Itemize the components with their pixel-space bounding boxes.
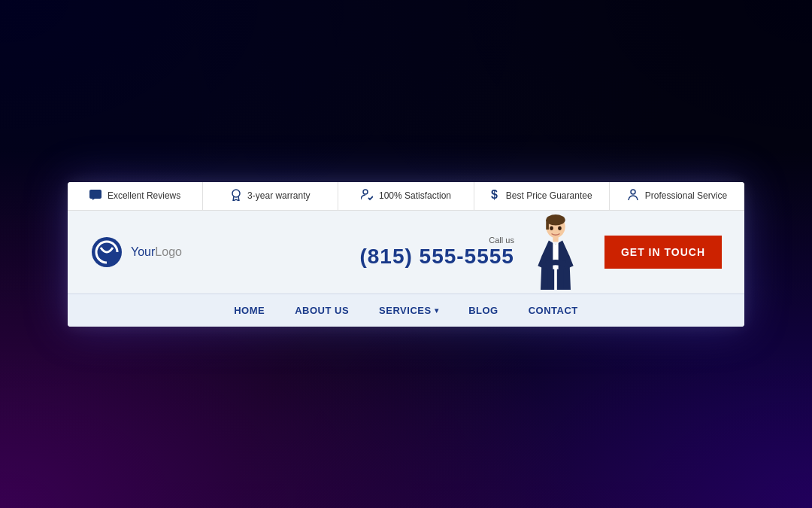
- person-svg: [526, 214, 586, 290]
- benefit-satisfaction: 100% Satisfaction: [338, 182, 474, 210]
- phone-number: (815) 555-5555: [359, 245, 514, 269]
- svg-point-12: [558, 226, 562, 230]
- nav-home[interactable]: HOME: [234, 305, 265, 316]
- ribbon-icon: [231, 189, 241, 203]
- nav-services[interactable]: SERVICES ▾: [379, 305, 438, 316]
- header-area: YourLogo Call us (815) 555-5555: [68, 211, 744, 294]
- professional-icon: [627, 189, 639, 203]
- call-us-label: Call us: [489, 236, 514, 245]
- svg-point-0: [232, 190, 240, 197]
- nav-about[interactable]: ABOUT US: [295, 305, 349, 316]
- benefit-label-1: Excellent Reviews: [108, 190, 180, 201]
- nav-blog[interactable]: BLOG: [468, 305, 498, 316]
- logo-text: YourLogo: [131, 245, 182, 259]
- benefit-excellent-reviews: Excellent Reviews: [68, 182, 203, 210]
- benefit-label-2: 3-year warranty: [247, 190, 310, 201]
- svg-text:$: $: [491, 189, 498, 201]
- benefit-warranty: 3-year warranty: [203, 182, 338, 210]
- svg-rect-10: [557, 269, 564, 289]
- svg-rect-9: [547, 269, 554, 289]
- nav-bar: HOME ABOUT US SERVICES ▾ BLOG CONTACT: [68, 294, 744, 327]
- contact-section: Call us (815) 555-5555: [359, 236, 514, 269]
- website-card: Excellent Reviews 3-year warranty 100% S…: [68, 182, 744, 327]
- benefit-service: Professional Service: [610, 182, 744, 210]
- get-in-touch-button[interactable]: GET IN TOUCH: [604, 236, 722, 269]
- chat-icon: [89, 190, 102, 202]
- logo-logo: Logo: [155, 245, 182, 258]
- logo-your: Your: [131, 245, 155, 258]
- svg-rect-8: [553, 236, 558, 242]
- logo-section: YourLogo: [90, 236, 359, 269]
- benefit-label-4: Best Price Guarantee: [506, 190, 592, 201]
- svg-point-6: [546, 214, 565, 226]
- svg-rect-7: [546, 220, 549, 230]
- dollar-icon: $: [491, 189, 500, 203]
- logo-icon: [90, 236, 123, 269]
- benefit-price: $ Best Price Guarantee: [474, 182, 610, 210]
- nav-contact[interactable]: CONTACT: [529, 305, 578, 316]
- person-check-icon: [361, 189, 373, 203]
- person-image: [522, 214, 589, 290]
- benefits-bar: Excellent Reviews 3-year warranty 100% S…: [68, 182, 744, 211]
- svg-point-3: [631, 190, 635, 194]
- svg-point-11: [550, 226, 553, 230]
- svg-point-1: [363, 190, 368, 194]
- benefit-label-5: Professional Service: [645, 190, 727, 201]
- chevron-down-icon: ▾: [435, 306, 439, 315]
- benefit-label-3: 100% Satisfaction: [379, 190, 451, 201]
